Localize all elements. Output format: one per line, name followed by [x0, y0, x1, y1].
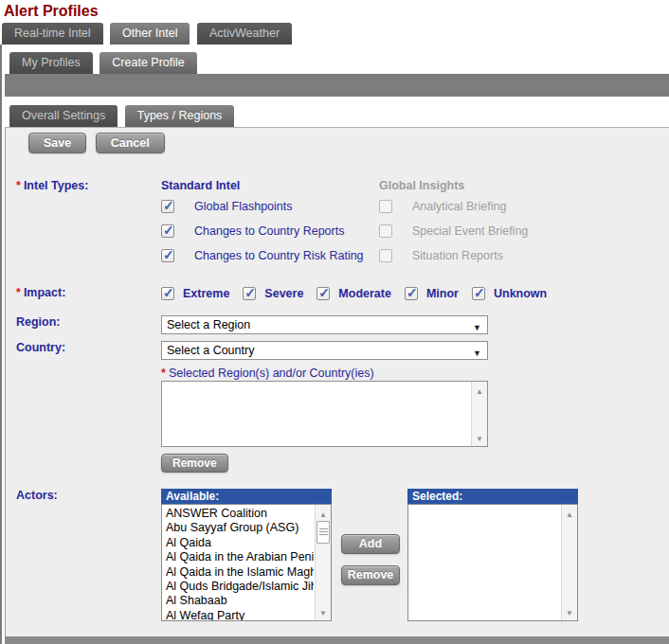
intel-type-option: Situation Reports — [379, 248, 528, 262]
checkbox-unknown[interactable] — [472, 287, 485, 300]
scrollbar[interactable] — [315, 505, 331, 620]
region-select-value: Select a Region — [167, 318, 250, 331]
checkbox-moderate[interactable] — [316, 287, 330, 300]
intel-type-option: Analytical Briefing — [379, 199, 528, 213]
list-item[interactable]: Al Qaida in the Arabian Penin — [166, 550, 314, 564]
checkbox-label: Changes to Country Reports — [194, 224, 344, 238]
selected-regions-listbox[interactable] — [161, 381, 488, 447]
checkbox-label: Special Event Briefing — [412, 224, 528, 238]
available-actors-listbox[interactable]: ANSWER Coalition Abu Sayyaf Group (ASG) … — [161, 504, 332, 621]
checkbox-label: Moderate — [338, 287, 391, 300]
list-item[interactable]: Al Qaida in the Islamic Magh — [166, 565, 314, 580]
intel-types-row: *Intel Types: Standard Intel Global Flas… — [16, 179, 669, 273]
required-asterisk: * — [161, 367, 166, 380]
remove-region-button[interactable]: Remove — [161, 454, 228, 473]
impact-row: *Impact: Extreme Severe Moderate Minor — [16, 286, 669, 300]
dropdown-arrow-icon — [473, 320, 481, 333]
intel-type-option: Changes to Country Risk Rating — [161, 248, 379, 262]
selected-regions-row: *Selected Region(s) and/or Country(ies) … — [16, 360, 669, 473]
checkbox-label: Global Flashpoints — [194, 200, 293, 213]
other-intel-panel: My Profiles Create Profile Overall Setti… — [0, 45, 669, 644]
scrollbar-thumb[interactable] — [316, 521, 330, 544]
standard-intel-header: Standard Intel — [161, 179, 379, 194]
intel-types-label: *Intel Types: — [16, 179, 161, 192]
list-item[interactable]: Al Quds Bridgade/Islamic Jih — [166, 580, 314, 594]
region-row: Region: Select a Region — [16, 315, 669, 334]
create-profile-form: Save Cancel *Intel Types: Standard Intel… — [5, 127, 669, 636]
selected-regions-label: *Selected Region(s) and/or Country(ies) — [161, 367, 669, 381]
checkbox-changes-country-reports[interactable] — [161, 224, 174, 238]
actors-row: Actors: Available: ANSWER Coalition Abu … — [16, 489, 669, 621]
tab-real-time-intel[interactable]: Real-time Intel — [2, 23, 103, 45]
intel-type-option: Global Flashpoints — [161, 199, 379, 213]
section-divider-bar — [5, 74, 669, 97]
page-title: Alert Profiles — [4, 3, 669, 21]
available-header: Available: — [161, 489, 332, 504]
checkbox-label: Extreme — [183, 287, 229, 300]
form-toolbar: Save Cancel — [28, 133, 669, 153]
list-item[interactable]: Abu Sayyaf Group (ASG) — [166, 521, 314, 535]
scrollbar-up-icon[interactable] — [316, 507, 331, 520]
checkbox-label: Unknown — [494, 287, 547, 300]
country-row: Country: Select a Country — [16, 341, 669, 360]
scrollbar-down-icon[interactable] — [316, 605, 331, 618]
checkbox-extreme[interactable] — [161, 287, 174, 300]
checkbox-special-event-briefing — [379, 224, 392, 238]
actors-label: Actors: — [16, 489, 161, 502]
checkbox-changes-country-risk-rating[interactable] — [161, 249, 174, 262]
selected-actors-block: Selected: — [407, 489, 578, 621]
checkbox-minor[interactable] — [405, 287, 418, 300]
checkbox-label: Severe — [264, 287, 303, 300]
list-item[interactable]: Al Wefaq Party — [166, 609, 314, 621]
impact-label: *Impact: — [16, 286, 161, 299]
scrollbar-up-icon[interactable] — [562, 507, 577, 520]
scrollbar[interactable] — [561, 505, 577, 620]
spacer — [5, 97, 669, 105]
required-asterisk: * — [16, 179, 21, 192]
scrollbar-down-icon[interactable] — [562, 605, 577, 618]
thumb-grip-icon — [319, 528, 328, 535]
checkbox-global-flashpoints[interactable] — [161, 200, 174, 213]
checkbox-analytical-briefing — [379, 200, 392, 213]
cancel-button[interactable]: Cancel — [96, 133, 165, 153]
list-item[interactable]: ANSWER Coalition — [166, 507, 314, 521]
global-insights-header: Global Insights — [379, 179, 528, 194]
selected-header: Selected: — [407, 489, 578, 504]
checkbox-label: Situation Reports — [412, 249, 503, 262]
intel-type-option: Special Event Briefing — [379, 224, 528, 238]
region-select[interactable]: Select a Region — [161, 315, 488, 334]
remove-actor-button[interactable]: Remove — [341, 565, 400, 585]
scrollbar-up-icon[interactable] — [472, 384, 487, 397]
list-item[interactable]: Al Qaida — [166, 536, 314, 550]
country-select[interactable]: Select a Country — [161, 341, 488, 360]
tab-my-profiles[interactable]: My Profiles — [9, 52, 93, 74]
tab-create-profile[interactable]: Create Profile — [99, 52, 196, 74]
global-insights-column: Global Insights Analytical Briefing Spec… — [379, 179, 528, 273]
profile-tab-bar: My Profiles Create Profile — [5, 52, 669, 74]
checkbox-situation-reports — [379, 249, 392, 262]
top-tab-bar: Real-time Intel Other Intel ActivWeather — [0, 23, 669, 45]
save-button[interactable]: Save — [28, 133, 86, 153]
list-item[interactable]: Al Shabaab — [166, 594, 314, 608]
checkbox-severe[interactable] — [243, 287, 256, 300]
country-select-value: Select a Country — [167, 344, 254, 357]
required-asterisk: * — [16, 286, 21, 299]
checkbox-label: Changes to Country Risk Rating — [194, 249, 364, 262]
tab-other-intel[interactable]: Other Intel — [110, 23, 190, 45]
tab-overall-settings[interactable]: Overall Settings — [9, 105, 118, 127]
settings-tab-bar: Overall Settings Types / Regions — [5, 105, 669, 127]
checkbox-label: Analytical Briefing — [412, 200, 506, 213]
actor-transfer-buttons: Add Remove — [341, 534, 400, 585]
region-label: Region: — [16, 315, 161, 329]
tab-activweather[interactable]: ActivWeather — [197, 23, 292, 45]
selected-actors-listbox[interactable] — [407, 504, 578, 621]
add-actor-button[interactable]: Add — [341, 534, 400, 554]
country-label: Country: — [16, 341, 161, 354]
scrollbar-down-icon[interactable] — [472, 431, 487, 444]
dropdown-arrow-icon — [473, 346, 481, 359]
standard-intel-column: Standard Intel Global Flashpoints Change… — [161, 179, 379, 273]
tab-types-regions[interactable]: Types / Regions — [125, 105, 235, 127]
scrollbar[interactable] — [471, 382, 487, 446]
checkbox-label: Minor — [426, 287, 459, 300]
bottom-bar — [5, 636, 669, 644]
